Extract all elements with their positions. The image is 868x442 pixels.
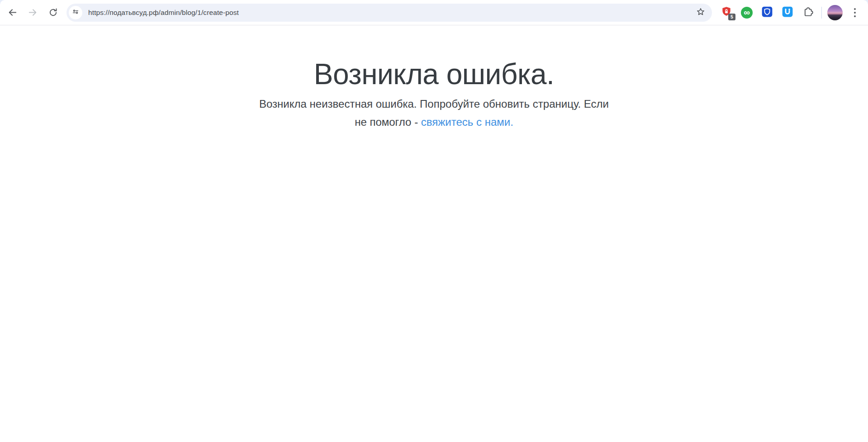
extensions-menu-button[interactable] [801,5,815,20]
bookmark-star-button[interactable] [694,6,707,19]
browser-window: https://податьвсуд.рф/admin/blog/1/creat… [0,0,868,442]
puzzle-icon [802,6,814,19]
error-title: Возникла ошибка. [0,58,868,90]
u-extension-button[interactable] [780,5,795,20]
address-bar[interactable]: https://податьвсуд.рф/admin/blog/1/creat… [66,4,712,22]
star-icon [696,7,706,18]
browser-toolbar: https://податьвсуд.рф/admin/blog/1/creat… [0,0,868,25]
contact-us-link[interactable]: свяжитесь с нами. [421,116,513,128]
bitwarden-extension-button[interactable] [760,5,774,20]
error-message-line2-prefix: не помогло - [355,116,421,128]
profile-avatar[interactable] [827,5,843,20]
page-content: Возникла ошибка. Возникла неизвестная ош… [0,25,868,442]
three-dots-icon [854,8,856,17]
error-message-line1: Возникла неизвестная ошибка. Попробуйте … [0,95,868,113]
infinity-extension-button[interactable]: ∞ [740,5,754,20]
reload-button[interactable] [45,5,61,20]
back-icon [7,7,18,18]
tune-icon [71,8,80,18]
adguard-badge: 5 [728,14,735,20]
site-info-button[interactable] [69,6,82,19]
chrome-menu-button[interactable] [847,5,863,20]
infinity-icon: ∞ [741,7,753,19]
url-text[interactable]: https://податьвсуд.рф/admin/blog/1/creat… [88,9,694,17]
error-message-line2: не помогло - свяжитесь с нами. [0,113,868,131]
adguard-extension-button[interactable]: 5 [719,5,734,20]
u-letter-icon [782,6,793,19]
forward-icon [28,7,38,18]
reload-icon [48,7,58,18]
forward-button[interactable] [25,5,40,20]
error-message: Возникла неизвестная ошибка. Попробуйте … [0,95,868,131]
extensions-row: 5 ∞ [719,5,815,20]
bitwarden-shield-icon [761,6,773,19]
toolbar-separator [821,7,822,19]
back-button[interactable] [5,5,20,20]
